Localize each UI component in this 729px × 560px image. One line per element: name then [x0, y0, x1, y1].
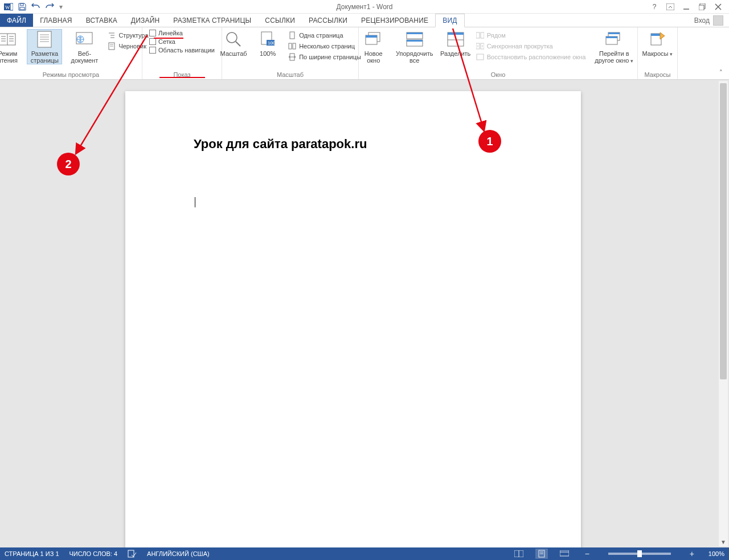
- zoom-in-icon[interactable]: +: [686, 549, 698, 559]
- status-words[interactable]: ЧИСЛО СЛОВ: 4: [69, 550, 118, 557]
- web-layout-icon: [75, 30, 94, 49]
- multi-page-button[interactable]: Несколько страниц: [288, 42, 361, 51]
- svg-text:W: W: [5, 5, 10, 10]
- svg-rect-36: [289, 43, 292, 49]
- checkbox-icon: [149, 30, 156, 36]
- nav-label: Область навигации: [158, 47, 215, 54]
- scroll-thumb[interactable]: [720, 83, 727, 379]
- macros-button[interactable]: Макросы: [644, 30, 672, 57]
- ruler-checkbox[interactable]: Линейка: [149, 30, 215, 36]
- svg-rect-43: [407, 32, 423, 34]
- page-layout-button[interactable]: Разметка страницы: [27, 30, 62, 64]
- new-window-button[interactable]: Новое окно: [359, 30, 388, 64]
- switch-window-label: Перейти в другое окно: [591, 50, 637, 64]
- switch-window-button[interactable]: Перейти в другое окно: [591, 30, 637, 64]
- grid-checkbox[interactable]: Сетка: [149, 38, 215, 45]
- arrange-all-button[interactable]: Упорядочить все: [394, 30, 436, 64]
- svg-rect-35: [290, 32, 294, 39]
- vertical-scrollbar[interactable]: ▲ ▼: [719, 81, 728, 546]
- tab-home[interactable]: ГЛАВНАЯ: [33, 14, 79, 27]
- window-controls: ?: [649, 2, 729, 12]
- web-layout-button[interactable]: Веб-документ: [67, 30, 101, 64]
- grid-label: Сетка: [158, 38, 175, 45]
- svg-point-30: [227, 32, 237, 43]
- ruler-label: Линейка: [158, 30, 183, 36]
- svg-line-31: [236, 42, 240, 46]
- collapse-ribbon-icon[interactable]: ˄: [716, 68, 726, 77]
- zoom-label: Масштаб: [220, 50, 247, 57]
- redo-icon[interactable]: [44, 2, 55, 12]
- status-proofing-icon[interactable]: [128, 550, 137, 558]
- svg-rect-3: [21, 3, 23, 6]
- tab-design[interactable]: ДИЗАЙН: [124, 14, 167, 27]
- group-zoom-label: Масштаб: [277, 70, 304, 79]
- zoom-button[interactable]: Масштаб: [219, 30, 248, 57]
- zoom-icon: [224, 30, 243, 49]
- svg-rect-49: [476, 32, 480, 38]
- zoom-100-button[interactable]: 100 100%: [253, 30, 282, 57]
- page[interactable]: Урок для сайта paratapok.ru: [125, 91, 581, 560]
- status-language[interactable]: АНГЛИЙСКИЙ (США): [147, 550, 210, 557]
- svg-rect-37: [293, 43, 296, 49]
- close-icon[interactable]: [713, 2, 723, 12]
- zoom-level[interactable]: 100%: [708, 550, 724, 557]
- view-web-icon[interactable]: [558, 549, 571, 559]
- split-button[interactable]: Разделить: [441, 30, 470, 57]
- qat-customize-icon[interactable]: ▾: [58, 2, 64, 12]
- reset-pos-button: Восстановить расположение окна: [476, 52, 586, 62]
- multi-page-icon: [288, 42, 297, 51]
- macros-label: Макросы: [642, 50, 673, 57]
- group-window: Новое окно Упорядочить все Разделить: [359, 27, 638, 79]
- nav-checkbox[interactable]: Область навигации: [149, 47, 215, 54]
- switch-window-icon: [604, 30, 624, 49]
- web-layout-label: Веб-документ: [67, 50, 101, 64]
- view-read-icon[interactable]: [513, 549, 525, 559]
- word-icon: W: [3, 2, 14, 12]
- ribbon-display-icon[interactable]: [665, 2, 675, 12]
- text-cursor: [195, 197, 195, 207]
- one-page-button[interactable]: Одна страница: [288, 31, 361, 40]
- page-width-icon: [288, 52, 297, 62]
- zoom-slider[interactable]: [608, 553, 671, 555]
- svg-rect-55: [608, 32, 620, 34]
- group-macros-label: Макросы: [645, 70, 671, 79]
- one-page-icon: [288, 31, 297, 40]
- sign-in-label: Вход: [694, 17, 710, 24]
- tab-view[interactable]: ВИД: [435, 14, 464, 27]
- read-mode-icon: [0, 30, 17, 49]
- page-width-button[interactable]: По ширине страницы: [288, 52, 361, 62]
- callout-badge-2: 2: [57, 153, 80, 175]
- tab-references[interactable]: ССЫЛКИ: [258, 14, 302, 27]
- checkbox-icon: [149, 47, 156, 54]
- callout-badge-1: 1: [478, 130, 501, 153]
- sync-scroll-button: Синхронная прокрутка: [476, 42, 586, 51]
- tab-insert[interactable]: ВСТАВКА: [79, 14, 124, 27]
- sign-in[interactable]: Вход: [694, 14, 729, 27]
- minimize-icon[interactable]: [681, 2, 691, 12]
- svg-text:100: 100: [268, 40, 276, 46]
- tab-layout[interactable]: РАЗМЕТКА СТРАНИЦЫ: [166, 14, 258, 27]
- group-macros: Макросы Макросы: [638, 27, 678, 79]
- side-by-side-icon: [476, 31, 485, 40]
- read-mode-label: Режим чтения: [0, 50, 22, 64]
- undo-icon[interactable]: [31, 2, 41, 12]
- restore-icon[interactable]: [697, 2, 707, 12]
- new-window-icon: [364, 30, 383, 49]
- tab-file[interactable]: ФАЙЛ: [0, 14, 33, 27]
- new-window-label: Новое окно: [359, 50, 388, 64]
- status-page[interactable]: СТРАНИЦА 1 ИЗ 1: [5, 550, 59, 557]
- view-print-icon[interactable]: [535, 549, 548, 559]
- page-layout-label: Разметка страницы: [27, 50, 62, 64]
- zoom-slider-knob[interactable]: [637, 550, 642, 557]
- zoom-out-icon[interactable]: −: [581, 549, 593, 559]
- svg-rect-45: [407, 40, 423, 42]
- save-icon[interactable]: [17, 2, 27, 12]
- scroll-down-icon[interactable]: ▼: [719, 537, 728, 546]
- read-mode-button[interactable]: Режим чтения: [0, 30, 22, 64]
- sync-scroll-icon: [476, 42, 485, 51]
- help-icon[interactable]: ?: [649, 2, 660, 12]
- tab-review[interactable]: РЕЦЕНЗИРОВАНИЕ: [354, 14, 435, 27]
- tab-mailings[interactable]: РАССЫЛКИ: [302, 14, 354, 27]
- svg-rect-59: [651, 34, 661, 36]
- svg-rect-47: [448, 32, 464, 35]
